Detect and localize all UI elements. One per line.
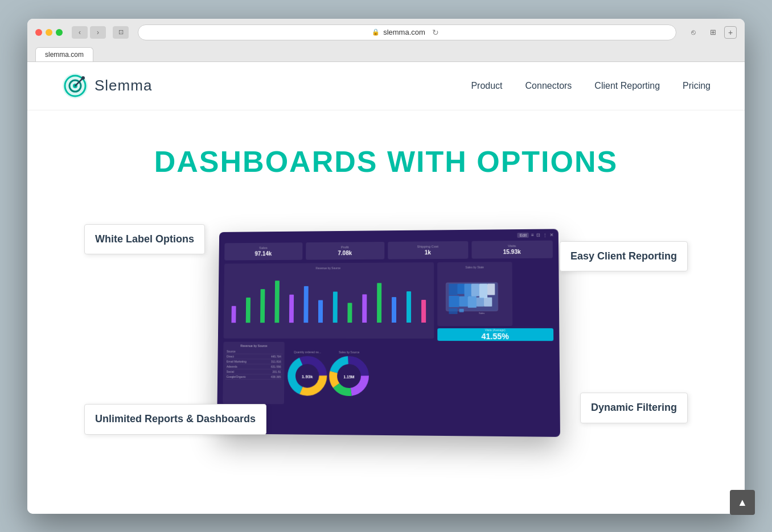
- donut-chart-2: 1.15M: [329, 356, 369, 395]
- bar-5: [289, 294, 294, 322]
- svg-text:1.93k: 1.93k: [302, 374, 313, 379]
- table-row-adwords: Adwords631.556: [225, 364, 282, 369]
- maximize-button[interactable]: [56, 29, 63, 36]
- bar-6: [303, 286, 308, 322]
- nav-product[interactable]: Product: [471, 81, 502, 91]
- browser-chrome: ‹ › ⊡ 🔒 slemma.com ↻ ⎋ ⊞ + slemma.com: [27, 19, 745, 62]
- close-button[interactable]: [35, 29, 42, 36]
- stat-shipping: Shipping Cost 1k: [388, 241, 468, 259]
- callout-easy-client-text: Easy Client Reporting: [570, 250, 677, 262]
- table-row-email: Email Marketing311.816: [225, 359, 282, 364]
- us-map-svg: Sales: [443, 277, 507, 317]
- mockup-toolbar: Edit ≡ ⊡ ⋮ ✕: [518, 232, 554, 238]
- back-button[interactable]: ‹: [72, 26, 88, 39]
- bar-1: [231, 306, 236, 323]
- bar-3: [260, 289, 265, 323]
- logo[interactable]: Slemma: [61, 72, 152, 100]
- bar-10: [362, 294, 367, 323]
- svg-rect-17: [471, 283, 479, 296]
- bar-13: [406, 291, 411, 323]
- svg-rect-16: [465, 283, 471, 296]
- lock-icon: 🔒: [372, 28, 380, 36]
- donut-charts: Quantity ordered ne... 1.93k: [288, 341, 554, 406]
- browser-tab[interactable]: slemma.com: [35, 47, 93, 61]
- dashboard-mockup: Edit ≡ ⊡ ⋮ ✕ Sales 97.14k Profit: [217, 229, 560, 437]
- minimize-button[interactable]: [46, 29, 52, 36]
- reader-button[interactable]: ⊡: [113, 26, 129, 39]
- logo-text: Slemma: [95, 77, 152, 94]
- callout-white-label: White Label Options: [84, 224, 205, 254]
- stat-sales: Sales 97.14k: [224, 242, 302, 260]
- bar-4: [274, 281, 279, 323]
- svg-text:Sales: Sales: [479, 311, 484, 314]
- site-header: Slemma Product Connectors Client Reporti…: [27, 62, 745, 110]
- nav-pricing[interactable]: Pricing: [683, 81, 711, 91]
- bar-2: [246, 297, 251, 322]
- svg-rect-14: [449, 283, 457, 295]
- reload-button[interactable]: ↻: [429, 26, 442, 39]
- url-text: slemma.com: [383, 28, 425, 36]
- svg-rect-25: [449, 308, 457, 314]
- svg-rect-15: [457, 283, 464, 294]
- svg-rect-22: [468, 296, 477, 307]
- hero-section: DASHBOARDS WITH OPTIONS: [27, 110, 745, 497]
- donut-chart-1: 1.93k: [288, 356, 327, 395]
- traffic-lights: [35, 29, 63, 36]
- table-row-google: Google/Organic438.365: [225, 374, 282, 380]
- edit-btn[interactable]: Edit: [518, 232, 529, 237]
- bar-14: [421, 299, 426, 322]
- logo-icon: [61, 72, 89, 100]
- nav-client-reporting[interactable]: Client Reporting: [594, 81, 660, 91]
- table-row-direct: Direct445.794: [225, 354, 282, 359]
- hero-title: DASHBOARDS WITH OPTIONS: [73, 145, 699, 179]
- nav-connectors[interactable]: Connectors: [525, 81, 572, 91]
- callout-unlimited-text: Unlimited Reports & Dashboards: [95, 413, 256, 424]
- svg-rect-19: [487, 283, 495, 295]
- callout-white-label-text: White Label Options: [95, 233, 194, 245]
- callout-unlimited-reports: Unlimited Reports & Dashboards: [84, 404, 266, 434]
- stat-profit: Profit 7.08k: [306, 242, 385, 260]
- table-row-social: Social201.51: [225, 369, 282, 374]
- stat-visits: Visits 15.93k: [471, 240, 553, 258]
- callout-dynamic-filtering-text: Dynamic Filtering: [591, 402, 677, 413]
- bar-9: [347, 303, 352, 323]
- callout-easy-client: Easy Client Reporting: [560, 241, 688, 271]
- mockup-bottom-row: Revenue by Source Source Direct445.794 E…: [217, 341, 560, 411]
- browser-window: ‹ › ⊡ 🔒 slemma.com ↻ ⎋ ⊞ + slemma.com: [27, 19, 745, 514]
- svg-rect-24: [484, 297, 492, 306]
- bar-7: [318, 300, 323, 323]
- svg-text:1.15M: 1.15M: [343, 374, 355, 378]
- svg-rect-18: [479, 283, 487, 298]
- svg-point-4: [81, 76, 85, 80]
- address-bar[interactable]: 🔒 slemma.com ↻: [138, 24, 676, 40]
- callout-dynamic-filtering: Dynamic Filtering: [580, 393, 688, 423]
- bar-11: [377, 283, 381, 323]
- svg-rect-21: [459, 296, 468, 306]
- revenue-bar-chart: Revenue by Source: [224, 262, 434, 339]
- site-nav: Product Connectors Client Reporting Pric…: [471, 81, 711, 91]
- mockup-stats-row: Sales 97.14k Profit 7.08k Shipping Cost …: [219, 229, 559, 263]
- bar-12: [392, 297, 396, 323]
- new-tab-button[interactable]: +: [724, 26, 737, 39]
- sales-by-state-map: Sales by State: [437, 262, 512, 326]
- table-header: Source: [225, 349, 282, 354]
- svg-rect-26: [459, 308, 464, 312]
- svg-rect-23: [477, 297, 484, 306]
- svg-rect-20: [449, 295, 459, 307]
- share-button[interactable]: ⎋: [685, 26, 701, 39]
- visits-average-card: Visits (Average) 41.55%: [437, 328, 553, 340]
- dashboard-area: White Label Options Unlimited Reports & …: [73, 213, 699, 452]
- mockup-charts-row: Revenue by Source: [218, 261, 560, 342]
- forward-button[interactable]: ›: [90, 26, 106, 39]
- scroll-to-top-button[interactable]: ▲: [730, 490, 755, 515]
- page-content: Slemma Product Connectors Client Reporti…: [27, 62, 745, 514]
- bar-8: [333, 291, 338, 323]
- revenue-source-table: Revenue by Source Source Direct445.794 E…: [223, 341, 285, 404]
- sidebar-button[interactable]: ⊞: [705, 26, 721, 39]
- bar-chart-bars: [226, 271, 432, 323]
